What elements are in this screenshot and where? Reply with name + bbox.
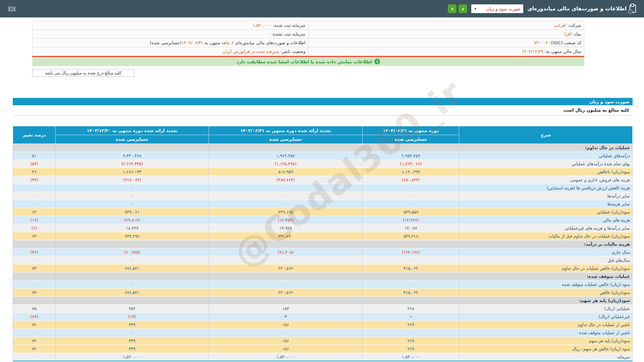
cell-value: ۱۴,۰۸۷ [363,224,459,232]
info-cell: سرمایه ثبت شده: ۱,۵۴۰,۰۰۰ [33,21,309,30]
cell-value: (۶۰,۹۷۵) [55,248,209,256]
previous-statement-button[interactable]: ‹ [448,4,457,13]
row-label: هزينه های فروش، اداری و عمومی [459,176,633,184]
cell-value: ۰ [209,200,363,208]
cell-value: ۰ [209,192,363,200]
cell-value: (۳۳) [13,176,56,184]
info-cell: اطلاعات و صورت‌های مالی میاندوره‌ای ۶ ما… [33,39,309,47]
cell-value: ۱,۹۶۲,۴۵۷ [209,152,363,160]
cell-value: ۰ [13,353,56,361]
cell-value: ۰ [363,200,459,208]
chevron-right-icon: › [462,6,465,12]
cell-value: ۴۳۹ [55,345,209,353]
cell-value [363,297,459,305]
table-row: ساير هزينه‌ها۰۰۰۰ [13,200,633,208]
cell-value [13,273,56,281]
table-row: سود (زيان) خالص هر سهم– ريال۲۶۹۱۵۶۴۳۹۷۲ [13,345,633,353]
cell-value: ۰ [363,256,459,264]
cell-value: ۲,۹۵۴,۴۵۹ [363,152,459,160]
cell-value: ۱۵۶ [209,345,363,353]
company-info-table: شرکت: افرانتسرمایه ثبت شده: ۱,۵۴۰,۰۰۰نما… [32,21,584,56]
cell-value: ۱,۵۴۰,۰۰۰ [209,353,363,361]
table-row: عملياتي (ريال)۲۶۸۱۵۳۴۵۲۷۵ [13,305,633,313]
cell-value: ۰ [55,281,209,289]
next-statement-button[interactable]: › [459,4,467,13]
cell-value: ۷۳ [13,264,56,273]
info-row: نماد: افراسرمایه ثبت نشده: ۰ [33,30,584,39]
row-label: سود(زيان) خالص [459,289,633,297]
column-header-restated-yearend: تجدید ارائه شده دوره منتهي به ۱۴۰۳/۱۲/۳۰ [55,126,209,135]
row-label: ناشي از عمليات متوقف شده [459,329,633,337]
chevron-left-icon: ‹ [451,6,454,12]
table-gap [13,116,633,126]
cell-value: ۴۵۲ [55,305,209,313]
cell-value: (۶) [13,224,56,232]
row-label: سود(زيان) ناخالص [459,168,633,176]
table-row: سال‌هاي قبل۰۰۰۰ [13,256,633,264]
row-label: درآمدهاي عملياتي [459,152,633,160]
page: اطلاعات و صورت‌های مالی میاندوره‌ای صورت… [0,0,644,362]
cell-value: ۴۶ [13,168,56,176]
cell-value: (۱۴,۴۲۸) [363,216,459,224]
cell-value: ۸۱۶,۹۵۹ [209,168,363,176]
row-label: غيرعملياتي (ريال) [459,313,633,321]
table-row: سود(زيان) خالص۴۱۵,۰۲۲۲۴۰,۵۶۲۶۷۶,۵۲۱۷۳ [13,289,633,297]
info-value: افرا [565,32,572,37]
column-subheader-audited: حسابرسی شده [363,135,459,144]
row-label: سود(زيان) عمليات در حال تداوم قبل از مال… [459,232,633,240]
row-label: سال جاري [459,248,633,256]
cell-value [55,297,209,305]
info-label: کد صنعت (ISIC): [548,40,581,45]
column-header-percent-change: درصد تغییر [13,126,56,144]
row-label: سود(زيان) عملياتي [459,208,633,216]
cell-value: (۲,۶۶۴,۳۳۵) [55,160,209,168]
cell-value: ۰ [55,256,209,264]
cell-value: ۱,۱۹۰,۳۹۳ [363,168,459,176]
info-label: نماد: [572,32,581,37]
statement-select[interactable]: صورت سود و زیان ▼ [471,4,523,13]
cell-value: (۱۲,۳۵۳) [209,216,363,224]
cell-value: ۰ [55,329,209,337]
row-label: سود (زيان) خالص عمليات متوقف شده [459,281,633,289]
info-value: افرانت [553,23,566,28]
row-label: عملياتي (ريال) [459,305,633,313]
table-row: هزينه های فروش، اداری و عمومی(۶۵۰,۸۳۴)(۴… [13,176,633,184]
cell-value: (۶۵۰,۸۳۴) [363,176,459,184]
row-label: سرمايه [459,353,633,361]
cell-value: (۶۷) [13,313,56,321]
row-label: سود(زيان) خالص عمليات در حال تداوم [459,264,633,273]
cell-value: ۵۳۹,۵۵۹ [363,208,459,216]
cell-value: ۲۴۰,۵۶۲ [209,289,363,297]
signed-data-text: اطلاعات نمایش داده شده با اطلاعات امضا ش… [236,59,372,64]
table-row: غيرعملياتي (ريال)۱۳(۱۳)(۶۷) [13,313,633,321]
info-value: ۰ [268,32,270,37]
language-switch-link[interactable]: EN [8,6,16,11]
cell-value: ۰ [13,329,56,337]
statement-subtitle: کلیه مبالغ به میلیون ریال است [13,105,633,116]
cell-value: ۴۱۵,۰۲۲ [363,289,459,297]
cell-value: ۲۶۹ [363,345,459,353]
cell-value [13,144,56,152]
info-value: ۱۴۰۴/۰۶/۳۱ [181,40,203,45]
cell-value: ۱۸,۲۴۷ [55,224,209,232]
cell-value: ۷۲ [13,345,56,353]
clipboard-report-icon [630,5,636,13]
table-header: شرح دوره منتهي به ۱۴۰۴/۰۶/۳۱ تجدید ارائه… [13,126,633,144]
row-label: هزينه ماليات بر درآمد: [459,240,633,248]
cell-value: ۴,۳۳۰,۴۶۸ [55,152,209,160]
info-cell: وضعیت ناشر: پذیرفته شده در فرابورس ایران [33,47,309,56]
cell-value: (۱,۱۴۵,۴۹۸) [209,160,363,168]
cell-value: (۴۸۷,۷۶۴) [209,176,363,184]
column-header-restated-midyear: تجدید ارائه شده دوره منتهي به ۱۴۰۳/۰۶/۳۱ [209,126,363,135]
column-header-description: شرح [459,126,633,144]
cell-value: ۲۶۹ [363,337,459,345]
info-label: سرمایه ثبت نشده: [270,32,306,37]
cell-value [13,240,56,248]
statement-title-bar: صورت سود و زیان [13,98,633,105]
cell-value: ۴۱۵,۰۲۲ [363,264,459,273]
row-label: ساير درآمدها و هزينه های غيرعملياتی [459,224,633,232]
info-icon: i [374,59,380,64]
cell-value: ۷۵ [13,305,56,313]
info-row: سال مالی منتهی به: ۱۴۰۴/۱۲/۲۹وضعیت ناشر:… [33,47,584,56]
cell-value: ۱۴,۹۲۸ [209,224,363,232]
